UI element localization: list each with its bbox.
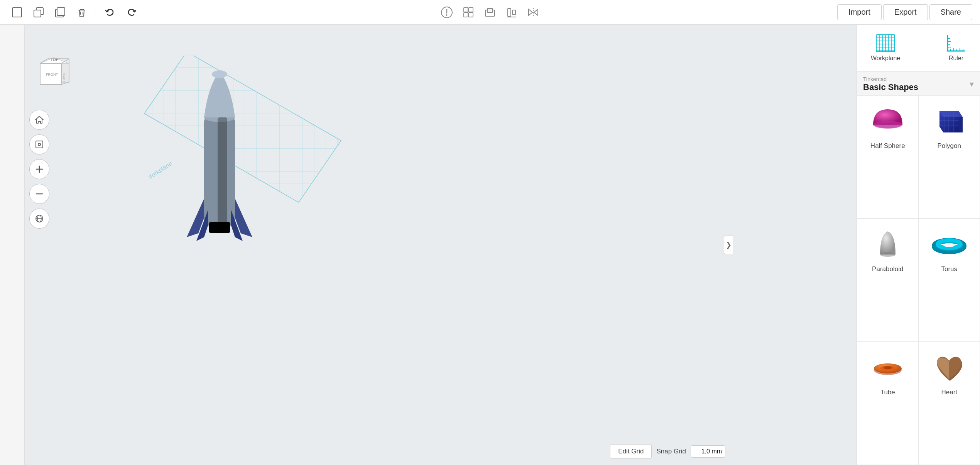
- snap-grid-input[interactable]: [691, 445, 725, 458]
- zoom-in-button[interactable]: [29, 159, 49, 179]
- svg-rect-4: [57, 8, 65, 15]
- group-button[interactable]: [459, 3, 478, 22]
- ruler-tool-label: Ruler: [949, 55, 963, 62]
- library-dropdown-icon[interactable]: ▾: [970, 79, 974, 89]
- svg-rect-6: [464, 8, 468, 12]
- nav-buttons: [29, 110, 49, 229]
- toolbar: Import Export Share: [0, 0, 980, 25]
- svg-point-84: [944, 243, 955, 247]
- left-panel: [0, 25, 25, 465]
- svg-marker-38: [144, 56, 341, 202]
- shapes-grid: Half Sphere: [857, 95, 980, 465]
- shape-item-heart[interactable]: Heart: [919, 342, 980, 465]
- shape-item-tube[interactable]: Tube: [857, 342, 919, 465]
- redo-button[interactable]: [122, 3, 141, 22]
- mirror-button[interactable]: [524, 3, 542, 22]
- viewport[interactable]: TOP FRONT RIGHT: [25, 25, 857, 465]
- export-button[interactable]: Export: [883, 4, 928, 20]
- duplicate-button[interactable]: [51, 3, 69, 22]
- svg-point-71: [873, 121, 902, 129]
- svg-rect-43: [218, 117, 227, 226]
- shape-label-half-sphere: Half Sphere: [870, 142, 905, 150]
- main-area: TOP FRONT RIGHT: [0, 25, 980, 465]
- delete-button[interactable]: [73, 3, 91, 22]
- undo-button[interactable]: [101, 3, 119, 22]
- svg-marker-80: [939, 111, 963, 117]
- right-panel-tools: Workplane Ruler: [857, 25, 980, 71]
- svg-point-89: [884, 366, 892, 369]
- shape-label-polygon: Polygon: [938, 142, 961, 150]
- shape-label-torus: Torus: [941, 265, 957, 273]
- library-category: Tinkercad: [863, 76, 918, 82]
- view-cube[interactable]: TOP FRONT RIGHT: [32, 56, 75, 98]
- workplane-area: #orkplane: [94, 56, 364, 318]
- toolbar-right: Import Export Share: [837, 4, 972, 20]
- align-button[interactable]: [502, 3, 521, 22]
- svg-marker-15: [529, 9, 532, 15]
- svg-marker-16: [534, 9, 538, 15]
- ruler-tool[interactable]: Ruler: [938, 31, 974, 65]
- shape-label-heart: Heart: [941, 389, 957, 396]
- svg-rect-0: [12, 8, 22, 17]
- shape-library-header: Tinkercad Basic Shapes ▾: [857, 71, 980, 95]
- svg-rect-2: [34, 10, 41, 17]
- notes-button[interactable]: [438, 3, 456, 22]
- shape-item-paraboloid[interactable]: Paraboloid: [857, 219, 919, 342]
- svg-point-42: [212, 70, 227, 78]
- snap-grid-label: Snap Grid: [656, 448, 686, 455]
- fit-all-button[interactable]: [29, 134, 49, 154]
- new-button[interactable]: [8, 3, 26, 22]
- chevron-right-icon: ❯: [726, 241, 732, 249]
- svg-text:TOP: TOP: [51, 58, 59, 62]
- shape-item-torus[interactable]: Torus: [919, 219, 980, 342]
- toolbar-divider-1: [96, 6, 96, 19]
- svg-rect-11: [487, 8, 493, 12]
- workplane-tool-label: Workplane: [871, 55, 900, 62]
- home-view-button[interactable]: [29, 110, 49, 130]
- bottom-bar: Edit Grid Snap Grid: [610, 444, 725, 459]
- svg-rect-12: [508, 8, 511, 16]
- panel-collapse-button[interactable]: ❯: [724, 236, 733, 254]
- shape-item-half-sphere[interactable]: Half Sphere: [857, 95, 919, 219]
- svg-text:RIGHT: RIGHT: [63, 73, 66, 82]
- svg-point-81: [880, 252, 896, 257]
- workplane-tool[interactable]: Workplane: [863, 31, 908, 65]
- right-panel: Workplane Ruler: [857, 25, 980, 465]
- shape-label-tube: Tube: [880, 389, 895, 396]
- library-name: Basic Shapes: [863, 82, 918, 92]
- edit-grid-button[interactable]: Edit Grid: [610, 444, 652, 459]
- svg-rect-8: [464, 13, 468, 17]
- svg-rect-30: [36, 141, 43, 148]
- ungroup-button[interactable]: [481, 3, 499, 22]
- svg-text:#orkplane: #orkplane: [147, 160, 173, 180]
- svg-point-31: [38, 143, 41, 146]
- svg-rect-7: [469, 8, 473, 12]
- svg-rect-13: [512, 10, 515, 15]
- share-button[interactable]: Share: [929, 4, 972, 20]
- shape-label-paraboloid: Paraboloid: [872, 265, 903, 273]
- perspective-button[interactable]: [29, 209, 49, 229]
- copy-button[interactable]: [29, 3, 48, 22]
- zoom-out-button[interactable]: [29, 184, 49, 204]
- svg-rect-9: [469, 13, 473, 17]
- shape-item-polygon[interactable]: Polygon: [919, 95, 980, 219]
- toolbar-center: [438, 3, 542, 22]
- import-button[interactable]: Import: [837, 4, 882, 20]
- svg-rect-44: [209, 222, 230, 233]
- svg-text:FRONT: FRONT: [46, 73, 58, 76]
